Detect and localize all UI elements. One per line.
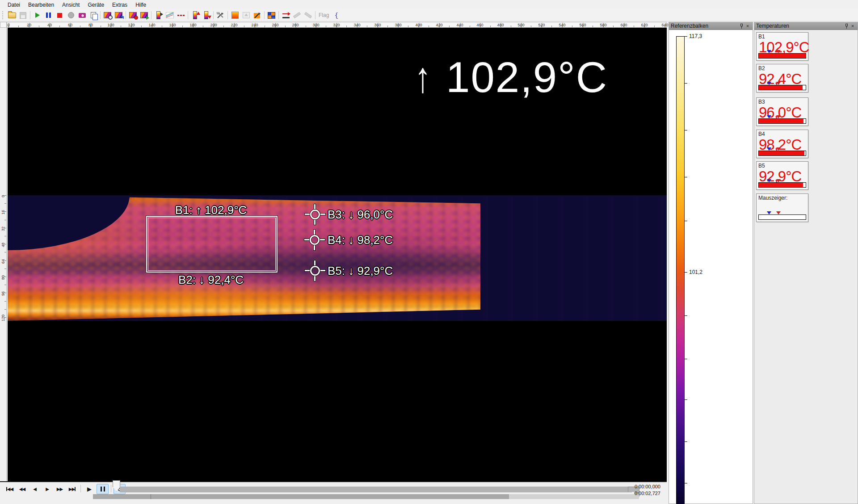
probe-marker-red[interactable] — [776, 211, 781, 214]
temperature-probe-box[interactable]: B3 96,0°C — [756, 97, 808, 126]
measurement-rectangle-b1[interactable] — [146, 216, 278, 273]
measure-distance-button[interactable] — [280, 10, 291, 20]
ruler-label: 220 — [230, 23, 238, 27]
pin-button[interactable] — [738, 23, 744, 29]
temperature-colorbar[interactable] — [676, 36, 685, 504]
toolbar-separator — [151, 11, 151, 19]
image-copy-button[interactable]: ◥ — [113, 10, 124, 20]
image-preview-button[interactable] — [102, 10, 113, 20]
ruler-label: 420 — [435, 23, 443, 27]
ruler-label: 400 — [415, 23, 422, 27]
measure-points-button[interactable] — [175, 10, 186, 20]
menu-item[interactable]: Extras — [108, 1, 131, 9]
close-button[interactable]: × — [744, 23, 751, 29]
tick-line — [685, 272, 687, 273]
export-arrow-icon — [146, 16, 149, 20]
ruler-label: 380 — [394, 23, 402, 27]
up-arrow-icon: ↑ — [415, 54, 431, 101]
fast-forward-button[interactable]: ▶▶ — [54, 484, 66, 494]
open-file-button[interactable] — [6, 10, 17, 20]
fit-image-button[interactable] — [240, 10, 252, 20]
level-up-button[interactable] — [189, 10, 201, 20]
measurement-point-b3[interactable] — [310, 210, 320, 219]
thermography-app-window: DateiBearbeitenAnsichtGeräteExtrasHilfe … — [0, 0, 858, 504]
thermal-image-icon — [104, 12, 111, 18]
draw-arrow-button[interactable] — [303, 10, 314, 20]
play-button[interactable]: ▶ — [83, 484, 95, 494]
settings-tools-button[interactable] — [215, 10, 226, 20]
stop-button[interactable] — [54, 10, 65, 20]
pause-button[interactable] — [97, 484, 109, 494]
image-record-button[interactable] — [127, 10, 139, 20]
record-button[interactable] — [65, 10, 76, 20]
range-fill — [93, 494, 509, 499]
toolbar-grip[interactable] — [2, 11, 5, 19]
ruler-label: 0 — [1, 193, 5, 199]
thermal-image-area[interactable]: ↑ 102,9°C B1: ↑ 102,9°C B2: ↓ 92,4°C B3:… — [8, 28, 667, 481]
close-button[interactable]: × — [850, 23, 856, 29]
timeline-range-track[interactable] — [93, 494, 639, 499]
curly-brace-icon: { — [334, 11, 339, 19]
red-dashes-icon — [177, 15, 185, 16]
temperature-probe-box[interactable]: Mauszeiger: — [756, 193, 808, 222]
ruler-label: 560 — [579, 23, 586, 27]
window-layout-button[interactable] — [266, 10, 277, 20]
menu-item[interactable]: Hilfe — [131, 1, 150, 9]
toolbar-separator — [188, 11, 188, 19]
measurement-point-b4[interactable] — [310, 235, 320, 245]
temperature-probe-box[interactable]: B5 92,9°C — [756, 161, 808, 190]
ruler-label: 100 — [107, 23, 114, 27]
image-export-button[interactable] — [139, 10, 150, 20]
flag-button[interactable]: Flag — [317, 12, 331, 18]
temperature-probe-box[interactable]: B2 92,4°C — [756, 64, 808, 92]
menu-item[interactable]: Datei — [4, 1, 24, 9]
profile-chart-button[interactable] — [164, 10, 175, 20]
timeline-track[interactable] — [120, 487, 632, 492]
measurement-point-b5[interactable] — [310, 266, 320, 276]
snapshot-button[interactable] — [76, 10, 88, 20]
draw-line-button[interactable] — [291, 10, 303, 20]
close-icon: × — [746, 23, 749, 29]
image-correction-button[interactable] — [252, 10, 263, 20]
pause-button[interactable] — [43, 10, 54, 20]
brace-button[interactable]: { — [331, 10, 342, 20]
menu-item[interactable]: Ansicht — [58, 1, 84, 9]
palette-select-button[interactable] — [153, 10, 164, 20]
ruler-label: 140 — [148, 23, 156, 27]
panel-header[interactable]: Temperaturen × — [754, 22, 858, 30]
menu-item[interactable]: Geräte — [84, 1, 108, 9]
tick-line — [685, 483, 687, 483]
ruler-label: 360 — [374, 23, 381, 27]
thermal-image-icon — [129, 12, 137, 18]
horizontal-ruler[interactable]: 0204060801001201401601802002202402602803… — [7, 22, 667, 28]
prev-frame-button[interactable]: ◀ — [29, 484, 41, 494]
palette-gradient-button[interactable] — [229, 10, 240, 20]
panel-header[interactable]: Referenzbalken × — [669, 22, 753, 30]
ruler-label: 32 — [1, 226, 5, 232]
vertical-ruler[interactable]: 0163248648096120 — [0, 28, 7, 481]
level-down-button[interactable] — [201, 10, 212, 20]
ruler-label: 340 — [353, 23, 361, 27]
camera-icon — [79, 13, 86, 18]
next-frame-button[interactable]: ▶ — [41, 484, 53, 494]
first-frame-button[interactable]: ◀◀ — [4, 484, 16, 494]
stop-icon — [57, 13, 62, 18]
pen-icon — [293, 12, 301, 19]
ruler-label: 64 — [1, 258, 5, 265]
menu-item[interactable]: Bearbeiten — [24, 1, 58, 9]
save-button[interactable] — [17, 10, 29, 20]
ruler-arrow-icon — [282, 13, 290, 18]
play-button[interactable] — [32, 10, 43, 20]
rewind-button[interactable]: ◀◀ — [16, 484, 28, 494]
temperature-probe-box[interactable]: B1 102,9°C — [756, 32, 808, 61]
last-frame-button[interactable]: ▶▶ — [66, 484, 78, 494]
probe-bar — [758, 182, 806, 188]
ruler-label: 48 — [1, 242, 5, 248]
tick-line — [685, 177, 687, 177]
pin-button[interactable] — [843, 23, 850, 29]
pen-arrow-icon — [304, 12, 312, 19]
ruler-label: 40 — [47, 23, 52, 27]
probe-marker-blue[interactable] — [767, 211, 771, 214]
temperature-probe-box[interactable]: B4 98,2°C — [756, 130, 808, 158]
copy-button[interactable] — [88, 10, 99, 20]
